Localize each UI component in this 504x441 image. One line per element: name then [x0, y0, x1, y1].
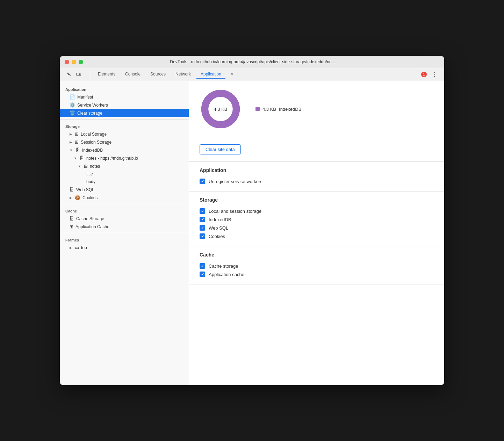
sidebar-divider-1 [60, 119, 189, 120]
trash-icon: 🗑️ [70, 110, 75, 116]
minimize-button[interactable] [72, 60, 76, 64]
manifest-icon: 📄 [70, 94, 75, 100]
sidebar-item-clear-storage[interactable]: 🗑️ Clear storage [60, 109, 189, 117]
session-storage-label: Session Storage [81, 140, 111, 145]
inspect-icon[interactable] [65, 70, 73, 79]
toolbar-icons [65, 70, 83, 79]
checkbox-local-session[interactable] [200, 208, 205, 214]
expand-arrow-cookies: ▶ [70, 196, 72, 200]
sidebar-item-local-storage[interactable]: ▶ ⊞ Local Storage [60, 130, 189, 138]
tab-elements[interactable]: Elements [94, 70, 120, 79]
body-field-label: body [86, 179, 95, 184]
frame-icon: ▭ [75, 245, 79, 250]
cache-options-section: Cache Cache storage Application cache [189, 246, 444, 284]
sidebar-cache-label: Cache [60, 206, 189, 215]
sidebar-divider-2 [60, 204, 189, 204]
notes-store-label: notes [90, 164, 100, 169]
option-indexeddb: IndexedDB [200, 215, 434, 224]
sidebar: Application 📄 Manifest ⚙️ Service Worker… [60, 81, 189, 385]
sidebar-item-top[interactable]: ▶ ▭ top [60, 244, 189, 252]
expand-arrow-session: ▶ [70, 140, 72, 144]
cookies-label: Cookies [82, 195, 98, 200]
toolbar-right: 1 ⋮ [421, 71, 439, 79]
clear-site-data-button[interactable]: Clear site data [200, 144, 241, 154]
app-cache-check-label: Application cache [209, 272, 244, 277]
storage-options-section: Storage Local and session storage Indexe… [189, 191, 444, 246]
expand-arrow-top: ▶ [70, 246, 72, 250]
expand-arrow-local: ▶ [70, 132, 72, 136]
manifest-label: Manifest [77, 95, 93, 100]
sidebar-item-indexeddb[interactable]: ▼ 🗄 IndexedDB [60, 146, 189, 154]
sidebar-item-title[interactable]: title [60, 170, 189, 178]
sidebar-application-label: Application [60, 85, 189, 93]
tab-sources[interactable]: Sources [146, 70, 170, 79]
local-storage-icon: ⊞ [75, 131, 79, 137]
option-cookies: Cookies [200, 232, 434, 240]
application-options-section: Application Unregister service workers [189, 162, 444, 191]
toolbar-divider [90, 71, 90, 78]
table-icon: ⊞ [84, 164, 88, 169]
expand-arrow-notes-db: ▼ [74, 157, 77, 160]
sidebar-item-cookies[interactable]: ▶ 🍪 Cookies [60, 194, 189, 202]
top-label: top [81, 245, 87, 250]
local-storage-label: Local Storage [81, 132, 107, 137]
sidebar-item-notes-db[interactable]: ▼ 🗄 notes - https://mdn.github.io [60, 154, 189, 162]
close-button[interactable] [65, 60, 69, 64]
device-icon[interactable] [74, 70, 83, 79]
maximize-button[interactable] [79, 60, 83, 64]
settings-icon[interactable]: ⋮ [430, 71, 439, 79]
cache-section-title: Cache [200, 252, 434, 258]
checkbox-indexeddb[interactable] [200, 217, 205, 222]
indexeddb-label: IndexedDB [82, 148, 103, 153]
svg-rect-0 [77, 73, 79, 75]
traffic-lights [65, 60, 83, 64]
sidebar-item-manifest[interactable]: 📄 Manifest [60, 93, 189, 101]
indexeddb-check-label: IndexedDB [209, 217, 231, 222]
app-cache-icon: ⊞ [70, 224, 73, 229]
tab-console[interactable]: Console [121, 70, 145, 79]
unregister-sw-label: Unregister service workers [209, 179, 262, 184]
local-session-label: Local and session storage [209, 209, 261, 214]
tab-network[interactable]: Network [171, 70, 195, 79]
cache-storage-check-label: Cache storage [209, 263, 238, 269]
checkbox-websql[interactable] [200, 225, 205, 231]
window-title: DevTools - mdn.github.io/learning-area/j… [87, 59, 418, 64]
indexeddb-icon: 🗄 [75, 147, 80, 153]
sidebar-item-application-cache[interactable]: ⊞ Application Cache [60, 223, 189, 231]
cookies-check-label: Cookies [209, 234, 225, 239]
sidebar-item-cache-storage[interactable]: 🗄 Cache Storage [60, 215, 189, 223]
cache-storage-icon: 🗄 [70, 216, 74, 221]
tab-application[interactable]: Application [196, 70, 225, 79]
legend-value: 4.3 KB [262, 107, 276, 112]
sidebar-frames-label: Frames [60, 235, 189, 244]
toolbar: Elements Console Sources Network Applica… [60, 68, 444, 81]
app-section-title: Application [200, 167, 434, 173]
sidebar-divider-3 [60, 233, 189, 233]
checkbox-app-cache[interactable] [200, 272, 205, 277]
legend-item-indexeddb: 4.3 KB IndexedDB [255, 107, 301, 112]
tab-more[interactable]: » [227, 70, 238, 79]
title-bar: DevTools - mdn.github.io/learning-area/j… [60, 56, 444, 68]
option-local-session: Local and session storage [200, 207, 434, 215]
sidebar-item-service-workers[interactable]: ⚙️ Service Workers [60, 101, 189, 109]
sidebar-storage-label: Storage [60, 122, 189, 130]
sidebar-item-web-sql[interactable]: 🗄 Web SQL [60, 186, 189, 194]
option-cache-storage: Cache storage [200, 262, 434, 270]
notes-db-label: notes - https://mdn.github.io [86, 156, 138, 161]
title-field-label: title [86, 172, 93, 176]
clear-storage-label: Clear storage [77, 111, 102, 116]
sidebar-item-notes-store[interactable]: ▼ ⊞ notes [60, 162, 189, 170]
storage-section-title: Storage [200, 197, 434, 203]
option-websql: Web SQL [200, 224, 434, 232]
db-icon: 🗄 [80, 156, 84, 161]
checkbox-cookies[interactable] [200, 233, 205, 239]
checkbox-unregister-sw[interactable] [200, 179, 205, 184]
checkbox-cache-storage[interactable] [200, 263, 205, 269]
legend-color-indexeddb [255, 107, 260, 111]
expand-arrow-indexeddb: ▼ [70, 149, 73, 152]
donut-chart: 4.3 KB [200, 88, 242, 130]
legend-label: IndexedDB [279, 107, 301, 112]
web-sql-label: Web SQL [76, 187, 94, 192]
sidebar-item-session-storage[interactable]: ▶ ⊞ Session Storage [60, 138, 189, 146]
sidebar-item-body[interactable]: body [60, 178, 189, 186]
